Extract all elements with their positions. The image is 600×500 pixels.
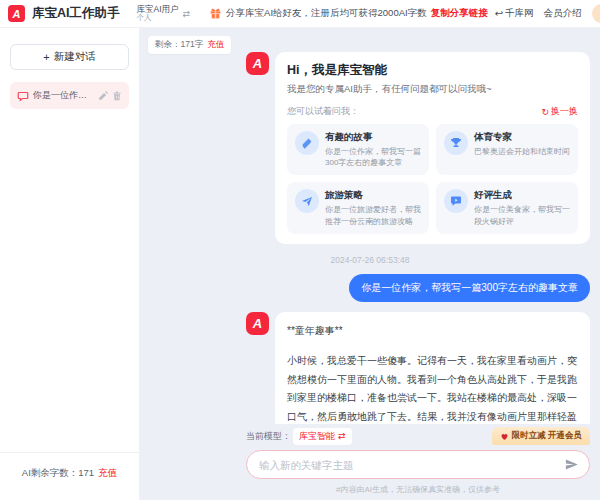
app-header: A 库宝AI工作助手 库宝AI用户 个人 ⇄ 分享库宝AI给好友，注册后均可获得… (0, 0, 600, 28)
chat-main: 剩余：171字充值 A Hi，我是库宝智能 我是您的专属AI助手，有任何问题都可… (140, 28, 600, 500)
ai-avatar: A (246, 312, 269, 335)
header-right-nav: ↩ 千库网 会员介绍 限时 (495, 4, 600, 23)
ai-remaining-label: AI剩余字数：171 (22, 467, 94, 478)
ai-avatar: A (246, 52, 269, 75)
user-message-bubble: 你是一位作家，帮我写一篇300字左右的趣事文章 (349, 274, 590, 302)
nav-member-intro[interactable]: 会员介绍 (544, 7, 582, 20)
greeting-card: Hi，我是库宝智能 我是您的专属AI助手，有任何问题都可以问我哦~ 您可以试着问… (275, 52, 590, 244)
ai-message-card: **童年趣事** 小时候，我总爱干一些傻事。记得有一天，我在家里看动画片，突然想… (275, 312, 590, 424)
user-type: 个人 (137, 14, 179, 22)
heart-icon (500, 432, 509, 441)
swap-account-icon: ⇄ (183, 9, 191, 19)
plus-icon: + (43, 51, 49, 63)
recharge-link[interactable]: 充值 (98, 467, 117, 478)
swap-model-icon: ⇄ (338, 431, 346, 441)
nav-qianku[interactable]: ↩ 千库网 (495, 7, 534, 20)
chat-message-list[interactable]: A Hi，我是库宝智能 我是您的专属AI助手，有任何问题都可以问我哦~ 您可以试… (140, 28, 600, 424)
plane-icon (295, 189, 319, 213)
ai-message-paragraph: 小时候，我总爱干一些傻事。记得有一天，我在家里看动画片，突然想模仿一下里面的人物… (287, 352, 578, 424)
current-model-label: 当前模型： (246, 430, 291, 443)
remaining-words-pill: 剩余：171字充值 (148, 36, 231, 54)
suggestion-card-review[interactable]: 好评生成 你是一位美食家，帮我写一段火锅好评 (436, 182, 578, 233)
trash-icon[interactable] (112, 91, 122, 101)
pen-icon (295, 131, 319, 155)
comment-icon (444, 189, 468, 213)
refresh-suggestions-button[interactable]: ↻ 换一换 (541, 105, 578, 118)
sidebar: + 新建对话 你是一位作家，帮... AI剩余字数：171充值 (0, 28, 140, 500)
share-banner: 分享库宝AI给好友，注册后均可获得2000AI字数 复制分享链接 (209, 7, 488, 20)
composer-bar: 当前模型： 库宝智能 ⇄ 限时立减 开通会员 #内容由AI生成，无法确保真实准确… (140, 424, 600, 500)
suggestion-card-story[interactable]: 有趣的故事 你是一位作家，帮我写一篇300字左右的趣事文章 (287, 124, 429, 175)
new-chat-button[interactable]: + 新建对话 (10, 44, 129, 70)
model-selector[interactable]: 库宝智能 ⇄ (293, 428, 352, 445)
ai-disclaimer: #内容由AI生成，无法确保真实准确，仅供参考 (246, 484, 590, 495)
chat-bubble-icon (17, 90, 29, 102)
copy-share-link[interactable]: 复制分享链接 (431, 7, 488, 20)
member-promo-button[interactable]: 限时立减 开通会员 (492, 427, 590, 445)
message-timestamp: 2024-07-26 06:53:48 (140, 255, 600, 265)
message-input-container (246, 450, 590, 479)
suggestion-card-travel[interactable]: 旅游策略 你是一位旅游爱好者，帮我推荐一份云南的旅游攻略 (287, 182, 429, 233)
trophy-icon (444, 131, 468, 155)
remaining-words-label: 剩余：171字 (155, 39, 203, 49)
chat-history-item[interactable]: 你是一位作家，帮... (10, 82, 129, 109)
send-icon[interactable] (564, 457, 579, 472)
suggestion-grid: 有趣的故事 你是一位作家，帮我写一篇300字左右的趣事文章 体育专家 巴黎奥运会… (287, 124, 578, 234)
share-banner-text: 分享库宝AI给好友，注册后均可获得2000AI字数 (226, 7, 427, 20)
chat-history-title: 你是一位作家，帮... (33, 89, 94, 102)
sidebar-footer: AI剩余字数：171充值 (0, 452, 139, 500)
suggestion-card-sports[interactable]: 体育专家 巴黎奥运会开始和结束时间 (436, 124, 578, 175)
gift-icon (209, 7, 222, 20)
recharge-link-main[interactable]: 充值 (207, 39, 224, 49)
app-title: 库宝AI工作助手 (32, 5, 120, 22)
message-input[interactable] (259, 459, 564, 471)
edit-icon[interactable] (98, 91, 108, 101)
return-arrow-icon: ↩ (495, 8, 503, 19)
ai-message-title: **童年趣事** (287, 322, 578, 341)
user-account-switcher[interactable]: 库宝AI用户 个人 ⇄ (137, 5, 191, 23)
app-logo-icon: A (8, 5, 25, 22)
refresh-icon: ↻ (541, 107, 549, 117)
vip-button[interactable]: 限时 (592, 4, 600, 23)
try-ask-label: 您可以试着问我： (287, 105, 359, 118)
greeting-title: Hi，我是库宝智能 (287, 62, 578, 79)
greeting-subtitle: 我是您的专属AI助手，有任何问题都可以问我哦~ (287, 83, 578, 96)
